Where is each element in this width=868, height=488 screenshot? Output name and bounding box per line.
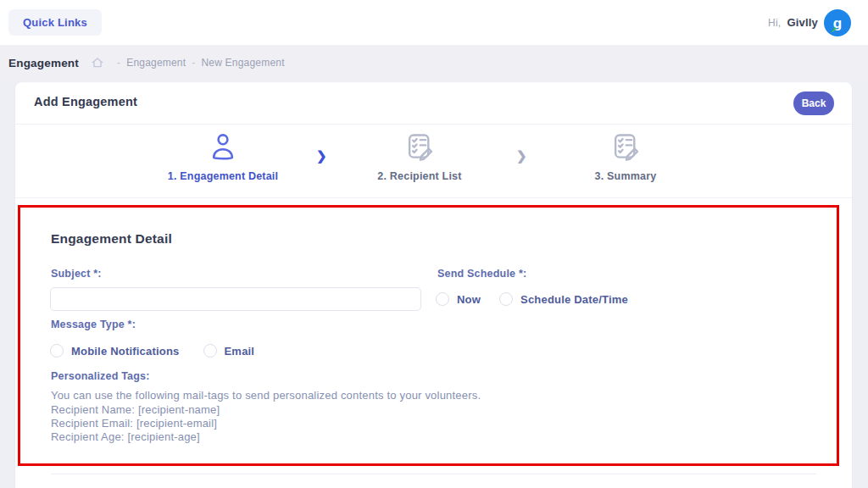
top-navbar: Quick Links Hi, Givlly g ↗ [0,0,868,45]
step-label: 3. Summary [595,170,657,182]
breadcrumb-item-new-engagement: New Engagement [201,57,284,69]
personalized-tags-label: Personalized Tags: [51,370,150,382]
breadcrumb-separator: - [192,57,195,69]
user-area: Hi, Givlly g ↗ [768,0,851,45]
tag-recipient-email: Recipient Email: [recipient-email] [51,417,217,430]
logo-letter: g [824,10,851,37]
home-icon[interactable] [91,56,104,69]
form-heading: Engagement Detail [51,231,172,247]
user-avatar[interactable]: g ↗ [824,9,851,36]
send-schedule-options: Now Schedule Date/Time [436,292,628,306]
step-summary[interactable]: 3. Summary [541,130,710,182]
quick-links-button[interactable]: Quick Links [8,9,102,36]
radio-now[interactable] [436,292,449,306]
logo-arrow-icon: ↗ [831,25,837,34]
step-label: 1. Engagement Detail [168,170,278,182]
radio-email-label[interactable]: Email [225,345,255,358]
card-title: Add Engagement [34,95,137,108]
radio-schedule-datetime[interactable] [499,292,513,306]
radio-mobile-notifications[interactable] [50,344,64,358]
person-icon [208,130,238,163]
page: Quick Links Hi, Givlly g ↗ Engagement - … [0,0,868,488]
divider [51,474,816,474]
divider [15,197,852,198]
greeting-text: Hi, [768,17,781,29]
tag-recipient-name: Recipient Name: [recipient-name] [51,403,220,416]
add-engagement-card: Add Engagement Back 1. Engagement Detail… [15,82,852,488]
breadcrumb: Engagement - Engagement - New Engagement [0,45,868,80]
chevron-right-icon: ❯ [316,148,327,164]
radio-email[interactable] [203,344,217,358]
tag-recipient-age: Recipient Age: [recipient-age] [51,430,200,443]
subject-input[interactable] [50,287,421,311]
divider [15,124,852,125]
back-button[interactable]: Back [793,92,834,115]
radio-now-label[interactable]: Now [457,293,481,306]
message-type-options: Mobile Notifications Email [50,344,254,358]
username-text: Givlly [787,16,818,29]
checklist-icon [403,130,436,163]
message-type-label: Message Type *: [51,319,136,330]
breadcrumb-item-engagement[interactable]: Engagement [126,57,186,69]
chevron-right-icon: ❯ [516,148,527,164]
step-recipient-list[interactable]: 2. Recipient List [335,130,504,182]
radio-mobile-notifications-label[interactable]: Mobile Notifications [71,345,180,358]
send-schedule-label: Send Schedule *: [437,268,526,280]
step-label: 2. Recipient List [377,170,461,182]
checklist-icon [609,130,642,163]
tags-intro-text: You can use the following mail-tags to s… [51,389,481,402]
radio-schedule-datetime-label[interactable]: Schedule Date/Time [520,293,628,306]
subject-label: Subject *: [51,268,102,280]
step-engagement-detail[interactable]: 1. Engagement Detail [138,130,308,182]
page-title: Engagement [8,57,79,69]
breadcrumb-separator: - [117,57,120,69]
